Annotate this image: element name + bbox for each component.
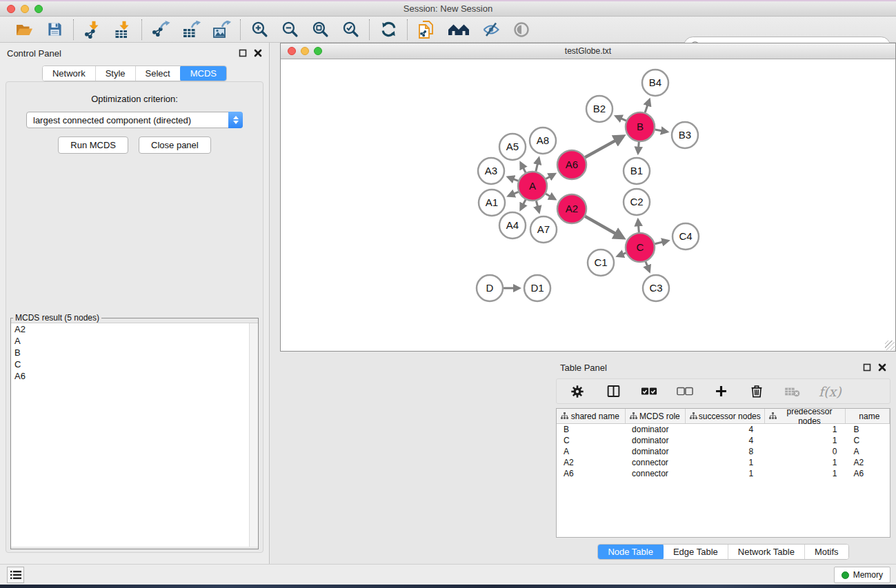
- column-header-mcds-role[interactable]: MCDS role: [626, 409, 686, 423]
- table-cell[interactable]: 1: [766, 425, 846, 434]
- close-view-button[interactable]: [288, 47, 296, 55]
- column-header-successor-nodes[interactable]: successor nodes: [686, 409, 765, 423]
- tab-node-table[interactable]: Node Table: [597, 544, 664, 560]
- table-cell[interactable]: A6: [846, 469, 890, 478]
- graph-node-A4[interactable]: A4: [499, 212, 526, 239]
- tab-style[interactable]: Style: [96, 66, 136, 81]
- open-session-button[interactable]: [14, 20, 34, 39]
- close-panel-button[interactable]: Close panel: [139, 136, 211, 154]
- float-panel-icon[interactable]: [239, 49, 247, 57]
- graph-node-C2[interactable]: C2: [624, 189, 650, 215]
- list-item[interactable]: C: [11, 358, 258, 370]
- graph-node-D1[interactable]: D1: [524, 275, 550, 301]
- graph-edge-C-C2[interactable]: [638, 220, 639, 232]
- graph-edge-A-A6[interactable]: [546, 174, 555, 179]
- graph-edge-B-B3[interactable]: [655, 130, 668, 132]
- column-header-shared-name[interactable]: shared name: [557, 409, 626, 423]
- tab-mcds[interactable]: MCDS: [180, 65, 227, 81]
- show-column-panel-button[interactable]: [604, 382, 623, 401]
- resize-grip[interactable]: [885, 341, 895, 350]
- export-image-button[interactable]: [212, 20, 231, 39]
- import-table-button[interactable]: [113, 20, 132, 39]
- table-cell[interactable]: 4: [685, 425, 766, 434]
- graph-node-C3[interactable]: C3: [643, 275, 669, 301]
- scrollbar[interactable]: [249, 323, 258, 547]
- zoom-fit-button[interactable]: [310, 20, 330, 39]
- graph-node-A2[interactable]: A2: [557, 194, 586, 223]
- list-item[interactable]: A: [11, 335, 258, 347]
- export-network-button[interactable]: [151, 20, 170, 39]
- graph-edge-C-C4[interactable]: [655, 241, 668, 244]
- table-cell[interactable]: A2: [846, 458, 890, 467]
- network-window-titlebar[interactable]: testGlobe.txt: [281, 43, 895, 59]
- column-header-name[interactable]: name: [846, 409, 890, 423]
- graph-node-C[interactable]: C: [626, 233, 655, 262]
- refresh-button[interactable]: [379, 20, 398, 39]
- table-cell[interactable]: 8: [685, 447, 766, 456]
- graph-edge-A6-B[interactable]: [585, 136, 623, 158]
- graph-node-B3[interactable]: B3: [672, 122, 698, 148]
- graph-node-A5[interactable]: A5: [499, 134, 526, 160]
- hide-graphics-button[interactable]: [481, 20, 501, 39]
- graph-edge-A-A1[interactable]: [508, 192, 519, 196]
- network-canvas[interactable]: B4B2BB3A8A5A6A3B1AA1C2A2A4A7C4CC1C3DD1: [281, 59, 895, 351]
- table-cell[interactable]: B: [557, 425, 625, 434]
- table-row[interactable]: A2 connector 1 1 A2: [557, 457, 890, 468]
- table-row[interactable]: B dominator 4 1 B: [557, 424, 890, 435]
- tab-network[interactable]: Network: [43, 66, 96, 81]
- table-cell[interactable]: 1: [685, 458, 766, 467]
- graph-edge-A-A8[interactable]: [536, 158, 539, 171]
- close-panel-icon[interactable]: [878, 363, 886, 372]
- export-table-button[interactable]: [181, 20, 201, 39]
- home-button[interactable]: [447, 20, 470, 39]
- column-header-predecessor-nodes[interactable]: predecessor nodes: [765, 409, 845, 423]
- show-task-history-button[interactable]: [7, 567, 24, 583]
- graph-edge-B-B4[interactable]: [645, 100, 649, 113]
- table-cell[interactable]: 1: [766, 469, 846, 478]
- zoom-selected-button[interactable]: [341, 20, 360, 39]
- tab-motifs[interactable]: Motifs: [805, 545, 848, 559]
- graph-node-A1[interactable]: A1: [479, 190, 505, 216]
- table-options-button[interactable]: [568, 382, 587, 401]
- create-column-button[interactable]: [711, 382, 730, 401]
- tab-edge-table[interactable]: Edge Table: [664, 545, 728, 559]
- zoom-window-button[interactable]: [34, 5, 43, 13]
- import-network-button[interactable]: [83, 20, 102, 39]
- clone-network-button[interactable]: [417, 20, 436, 39]
- table-cell[interactable]: 0: [766, 447, 846, 456]
- close-window-button[interactable]: [7, 5, 15, 13]
- graph-node-C4[interactable]: C4: [673, 223, 699, 250]
- table-cell[interactable]: dominator: [625, 425, 685, 434]
- list-item[interactable]: A2: [11, 323, 258, 335]
- table-cell[interactable]: 4: [685, 436, 766, 445]
- graph-node-B2[interactable]: B2: [586, 96, 613, 122]
- mcds-result-list[interactable]: A2 A B C A6: [11, 323, 258, 547]
- graph-node-C1[interactable]: C1: [588, 250, 614, 276]
- table-cell[interactable]: A6: [557, 469, 625, 478]
- graph-edge-A-A3[interactable]: [508, 177, 518, 181]
- tab-select[interactable]: Select: [136, 66, 181, 81]
- zoom-in-button[interactable]: [250, 20, 269, 39]
- select-all-columns-button[interactable]: [639, 382, 659, 401]
- minimize-window-button[interactable]: [21, 5, 29, 13]
- unselect-all-columns-button[interactable]: [675, 382, 695, 401]
- list-item[interactable]: B: [11, 347, 258, 358]
- run-mcds-button[interactable]: Run MCDS: [58, 136, 128, 154]
- table-cell[interactable]: A: [846, 447, 890, 456]
- graph-node-B1[interactable]: B1: [624, 158, 650, 184]
- graph-edge-A-A7[interactable]: [536, 201, 539, 212]
- table-cell[interactable]: C: [557, 436, 625, 445]
- tab-network-table[interactable]: Network Table: [728, 545, 805, 559]
- graph-edge-A-A5[interactable]: [521, 163, 526, 172]
- graph-edge-C-C1[interactable]: [617, 253, 626, 256]
- table-cell[interactable]: dominator: [625, 447, 685, 456]
- table-cell[interactable]: A: [557, 447, 625, 456]
- zoom-view-button[interactable]: [314, 47, 322, 55]
- graph-edge-B-B1[interactable]: [638, 142, 639, 153]
- graph-node-A7[interactable]: A7: [530, 216, 557, 243]
- zoom-out-button[interactable]: [280, 20, 299, 39]
- table-cell[interactable]: 1: [766, 436, 846, 445]
- save-session-button[interactable]: [45, 20, 64, 39]
- table-cell[interactable]: connector: [625, 469, 685, 478]
- graph-node-B4[interactable]: B4: [642, 70, 668, 96]
